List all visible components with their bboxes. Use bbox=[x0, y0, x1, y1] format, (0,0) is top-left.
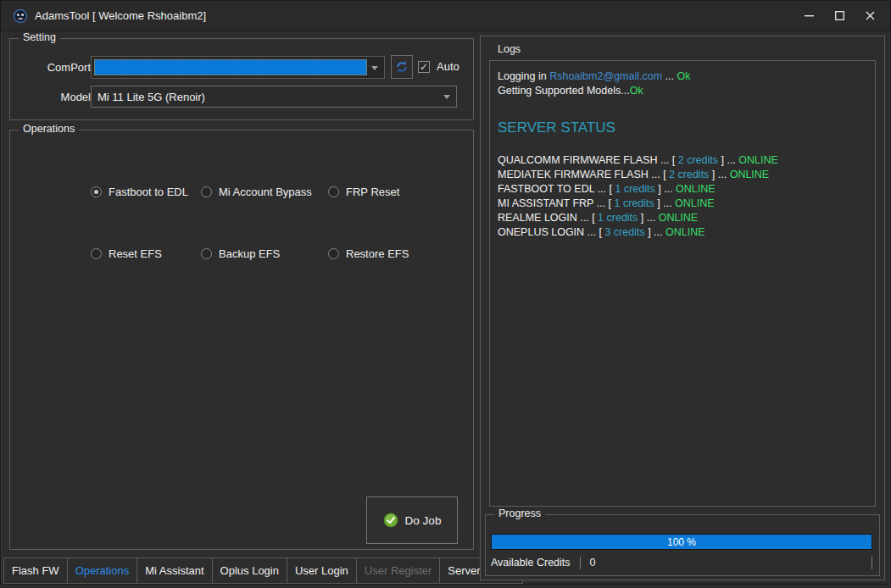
status-strip: Available Credits 0 bbox=[491, 554, 872, 571]
radio-circle-icon bbox=[328, 186, 339, 197]
radio-reset-efs[interactable]: Reset EFS bbox=[91, 247, 162, 260]
do-job-button[interactable]: Do Job bbox=[366, 496, 458, 544]
setting-group-label: Setting bbox=[19, 31, 60, 43]
minimize-button[interactable] bbox=[794, 1, 824, 31]
comport-label: ComPort bbox=[14, 61, 91, 74]
check-circle-icon bbox=[383, 513, 398, 528]
radio-circle-icon bbox=[91, 248, 102, 259]
comport-selected-value bbox=[94, 59, 367, 75]
model-label: Model bbox=[14, 91, 91, 103]
radio-fastboot-to-edl[interactable]: Fastboot to EDL bbox=[91, 185, 188, 198]
operations-group: Operations Fastboot to EDL Mi Account By… bbox=[9, 130, 474, 550]
log-line-login: Logging in Rshoaibm2@gmail.com ... Ok bbox=[498, 69, 867, 84]
do-job-label: Do Job bbox=[405, 514, 442, 527]
tab-oplus-login[interactable]: Oplus Login bbox=[212, 557, 287, 584]
setting-group: Setting ComPort ✓ Auto Model Mi 11 Lite … bbox=[9, 38, 474, 120]
titlebar: AdamsTool [ Welcome Rshoaibm2] bbox=[1, 1, 890, 31]
tab-user-login[interactable]: User Login bbox=[287, 557, 357, 584]
radio-circle-icon bbox=[328, 248, 339, 259]
radio-backup-efs[interactable]: Backup EFS bbox=[201, 247, 280, 260]
service-status-line: FASTBOOT TO EDL ... [ 1 credits ] ... ON… bbox=[498, 182, 867, 197]
radio-frp-reset[interactable]: FRP Reset bbox=[328, 185, 399, 198]
service-status-line: MI ASSISTANT FRP ... [ 1 credits ] ... O… bbox=[498, 197, 867, 211]
tab-operations[interactable]: Operations bbox=[67, 557, 138, 584]
progress-bar: 100 % bbox=[491, 534, 872, 550]
chevron-down-icon bbox=[371, 66, 378, 70]
right-panel: Logs Logging in Rshoaibm2@gmail.com ... … bbox=[480, 36, 885, 580]
bottom-tabbar: Flash FWOperationsMi AssistantOplus Logi… bbox=[3, 557, 523, 584]
service-status-line: MEDIATEK FIRMWARE FLASH ... [ 2 credits … bbox=[498, 168, 867, 182]
status-divider bbox=[872, 557, 872, 569]
radio-circle-icon bbox=[201, 248, 212, 259]
refresh-ports-button[interactable] bbox=[391, 55, 413, 79]
radio-restore-efs[interactable]: Restore EFS bbox=[328, 247, 409, 260]
maximize-button[interactable] bbox=[824, 1, 855, 31]
log-output[interactable]: Logging in Rshoaibm2@gmail.com ... Ok Ge… bbox=[489, 60, 876, 507]
radio-circle-icon bbox=[201, 186, 212, 197]
progress-group-label: Progress bbox=[494, 508, 545, 519]
radio-label: FRP Reset bbox=[346, 186, 399, 198]
app-logo-icon bbox=[13, 8, 28, 24]
window-title: AdamsTool [ Welcome Rshoaibm2] bbox=[35, 9, 206, 22]
auto-checkbox-label: Auto bbox=[437, 60, 459, 73]
log-line-models: Getting Supported Models...Ok bbox=[498, 84, 867, 98]
operations-group-label: Operations bbox=[19, 123, 79, 135]
tab-flash-fw[interactable]: Flash FW bbox=[3, 557, 68, 584]
tab-user-register: User Register bbox=[356, 557, 440, 584]
close-icon bbox=[866, 11, 875, 20]
auto-checkbox[interactable]: ✓ bbox=[418, 61, 430, 73]
radio-label: Reset EFS bbox=[109, 247, 162, 260]
close-button[interactable] bbox=[855, 1, 885, 31]
status-divider bbox=[580, 557, 581, 569]
model-selected-value: Mi 11 Lite 5G (Renoir) bbox=[97, 86, 205, 107]
minimize-icon bbox=[805, 11, 814, 20]
progress-percent-label: 100 % bbox=[492, 535, 872, 549]
tab-mi-assistant[interactable]: Mi Assistant bbox=[136, 557, 212, 584]
service-status-line: REALME LOGIN ... [ 1 credits ] ... ONLIN… bbox=[498, 211, 867, 225]
radio-label: Mi Account Bypass bbox=[219, 186, 312, 198]
logs-group: Logs Logging in Rshoaibm2@gmail.com ... … bbox=[485, 49, 880, 510]
service-status-line: ONEPLUS LOGIN ... [ 3 credits ] ... ONLI… bbox=[498, 225, 867, 240]
service-status-line: QUALCOMM FIRMWARE FLASH ... [ 2 credits … bbox=[498, 153, 867, 168]
comport-combobox[interactable] bbox=[91, 56, 385, 79]
refresh-icon bbox=[395, 60, 409, 74]
log-email: Rshoaibm2@gmail.com bbox=[549, 70, 662, 82]
radio-circle-icon bbox=[91, 186, 102, 197]
service-lines: QUALCOMM FIRMWARE FLASH ... [ 2 credits … bbox=[498, 153, 867, 240]
available-credits-label: Available Credits bbox=[491, 557, 571, 569]
radio-label: Backup EFS bbox=[219, 247, 280, 260]
log-ok-status: Ok bbox=[677, 70, 690, 82]
log-ok-status: Ok bbox=[630, 85, 643, 97]
radio-label: Restore EFS bbox=[346, 247, 409, 260]
server-status-heading: SERVER STATUS bbox=[498, 119, 867, 136]
maximize-icon bbox=[835, 11, 844, 20]
model-combobox[interactable]: Mi 11 Lite 5G (Renoir) bbox=[91, 86, 457, 108]
available-credits-value: 0 bbox=[590, 557, 596, 569]
progress-group: Progress 100 % Available Credits 0 bbox=[485, 514, 880, 576]
app-window: AdamsTool [ Welcome Rshoaibm2] Setting C… bbox=[0, 0, 891, 588]
radio-label: Fastboot to EDL bbox=[109, 186, 188, 198]
chevron-down-icon bbox=[443, 95, 450, 99]
radio-mi-account-bypass[interactable]: Mi Account Bypass bbox=[201, 185, 312, 198]
logs-group-label: Logs bbox=[493, 43, 525, 55]
